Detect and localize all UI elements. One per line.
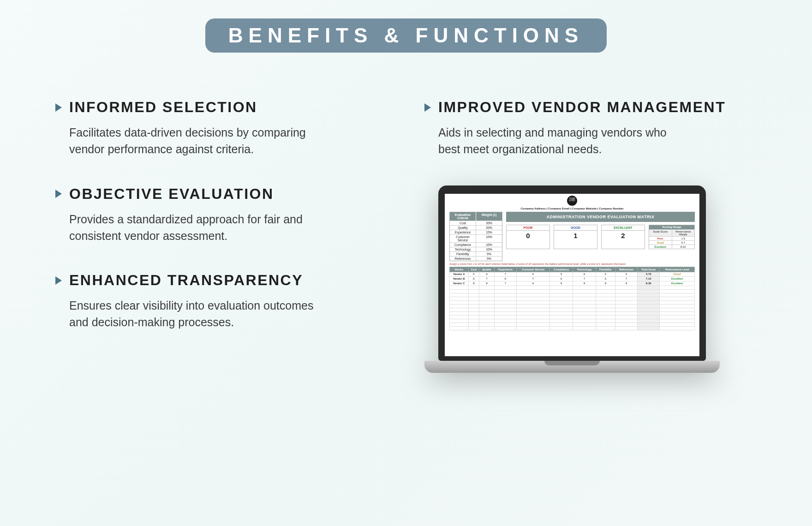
empty-cell bbox=[479, 326, 495, 330]
vendor-name: Vendor C bbox=[450, 281, 469, 286]
table-row bbox=[450, 289, 695, 293]
empty-cell bbox=[638, 308, 660, 311]
empty-cell bbox=[615, 308, 637, 311]
empty-cell bbox=[550, 308, 573, 311]
page-title: BENEFITS & FUNCTIONS bbox=[205, 18, 607, 53]
empty-cell bbox=[573, 293, 596, 297]
empty-cell bbox=[495, 297, 517, 300]
empty-cell bbox=[450, 304, 469, 308]
empty-cell bbox=[660, 300, 695, 304]
empty-cell bbox=[660, 308, 695, 311]
empty-cell bbox=[660, 311, 695, 315]
score-card-excellent: EXCELLENT 2 bbox=[601, 225, 645, 249]
empty-cell bbox=[479, 319, 495, 323]
empty-cell bbox=[573, 319, 596, 323]
empty-cell bbox=[573, 311, 596, 315]
score-label: GOOD bbox=[554, 225, 597, 231]
spreadsheet-mockup: YOUR LOGO Company Address | Company Emai… bbox=[445, 194, 699, 330]
vendor-score: 7 bbox=[495, 281, 517, 286]
empty-cell bbox=[479, 286, 495, 289]
empty-cell bbox=[516, 297, 549, 300]
empty-cell bbox=[660, 289, 695, 293]
benefit-item: OBJECTIVE EVALUATION Provides a standard… bbox=[55, 185, 388, 245]
empty-cell bbox=[495, 286, 517, 289]
vendor-name: Vendor A bbox=[450, 272, 469, 276]
empty-cell bbox=[450, 289, 469, 293]
empty-cell bbox=[638, 300, 660, 304]
empty-cell bbox=[638, 311, 660, 315]
benefit-item: INFORMED SELECTION Facilitates data-driv… bbox=[55, 99, 388, 158]
empty-cell bbox=[516, 319, 549, 323]
empty-cell bbox=[495, 289, 517, 293]
range-value: 4-7 bbox=[672, 240, 695, 245]
table-row: Vendor B676767677.15Excellent bbox=[450, 276, 695, 281]
empty-cell bbox=[550, 323, 573, 326]
empty-cell bbox=[638, 319, 660, 323]
empty-cell bbox=[596, 304, 615, 308]
left-column: INFORMED SELECTION Facilitates data-driv… bbox=[55, 99, 388, 373]
criteria-weight: 15% bbox=[476, 234, 502, 242]
empty-cell bbox=[573, 315, 596, 319]
empty-cell bbox=[596, 323, 615, 326]
empty-cell bbox=[615, 293, 637, 297]
empty-cell bbox=[638, 304, 660, 308]
criteria-name: References bbox=[450, 256, 476, 261]
vendor-score: 6 bbox=[516, 272, 549, 276]
empty-cell bbox=[495, 293, 517, 297]
empty-cell bbox=[596, 308, 615, 311]
empty-cell bbox=[495, 311, 517, 315]
empty-cell bbox=[615, 319, 637, 323]
empty-cell bbox=[479, 293, 495, 297]
range-value: 8-10 bbox=[672, 245, 695, 249]
empty-cell bbox=[615, 315, 637, 319]
empty-cell bbox=[660, 323, 695, 326]
range-head-label: Scale Score bbox=[649, 229, 672, 236]
empty-cell bbox=[596, 300, 615, 304]
empty-cell bbox=[495, 326, 517, 330]
empty-cell bbox=[596, 315, 615, 319]
score-value: 2 bbox=[602, 231, 645, 241]
criteria-name: Experience bbox=[450, 230, 476, 234]
vendor-col-header: Quality bbox=[479, 267, 495, 272]
empty-cell bbox=[450, 311, 469, 315]
criteria-table: Evaluation Criteria Weight (1) Cost20%Qu… bbox=[449, 212, 502, 261]
empty-cell bbox=[660, 304, 695, 308]
benefit-body: Facilitates data-driven decisions by com… bbox=[55, 124, 314, 158]
vendor-name: Vendor B bbox=[450, 276, 469, 281]
range-head-val: Performance Weight bbox=[672, 229, 695, 236]
score-value: 0 bbox=[507, 231, 549, 241]
empty-cell bbox=[479, 323, 495, 326]
empty-cell bbox=[550, 311, 573, 315]
empty-cell bbox=[450, 286, 469, 289]
vendor-score: 7 bbox=[495, 272, 517, 276]
empty-cell bbox=[615, 326, 637, 330]
content-columns: INFORMED SELECTION Facilitates data-driv… bbox=[0, 53, 812, 373]
empty-cell bbox=[468, 286, 479, 289]
table-row bbox=[450, 323, 695, 326]
vendor-col-header: Performance Level bbox=[660, 267, 695, 272]
criteria-weight: 15% bbox=[476, 230, 502, 234]
right-column: IMPROVED VENDOR MANAGEMENT Aids in selec… bbox=[424, 99, 757, 373]
laptop-screen: YOUR LOGO Company Address | Company Emai… bbox=[438, 185, 706, 361]
criteria-name: Customer Service bbox=[450, 234, 476, 242]
empty-cell bbox=[468, 289, 479, 293]
empty-cell bbox=[615, 297, 637, 300]
empty-cell bbox=[468, 315, 479, 319]
range-label: Poor bbox=[649, 236, 672, 240]
empty-cell bbox=[450, 319, 469, 323]
empty-cell bbox=[516, 289, 549, 293]
empty-cell bbox=[550, 297, 573, 300]
vendor-total: 5.70 bbox=[638, 272, 660, 276]
empty-cell bbox=[468, 326, 479, 330]
vendor-col-header: Flexibility bbox=[596, 267, 615, 272]
empty-cell bbox=[615, 286, 637, 289]
range-label: Good bbox=[649, 240, 672, 245]
criteria-row: Experience15% bbox=[450, 230, 502, 234]
vendor-col-header: Technology bbox=[573, 267, 596, 272]
triangle-bullet-icon bbox=[424, 103, 431, 112]
vendor-score: 6 bbox=[479, 272, 495, 276]
range-title: Scoring Range bbox=[649, 225, 694, 229]
score-card-good: GOOD 1 bbox=[554, 225, 597, 249]
empty-cell bbox=[450, 308, 469, 311]
empty-cell bbox=[468, 308, 479, 311]
